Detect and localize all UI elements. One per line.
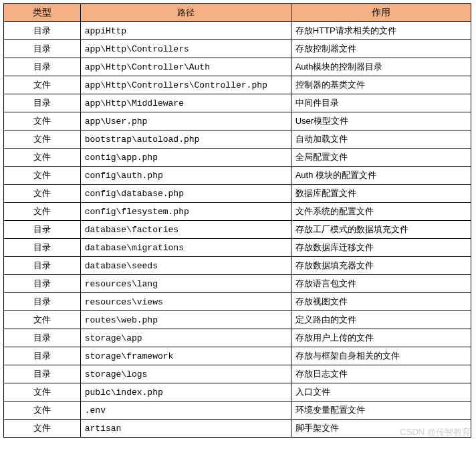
cell-type: 目录 [4,365,81,383]
cell-purpose: 存放用户上传的文件 [291,329,471,347]
table-header-row: 类型 路径 作用 [4,4,471,22]
cell-path: appiHttp [80,22,291,40]
cell-type: 文件 [4,311,81,329]
cell-type: 文件 [4,112,81,130]
cell-purpose: 入口文件 [291,383,471,401]
cell-path: database\migrations [80,239,291,257]
cell-purpose: 存放数据库迁移文件 [291,239,471,257]
cell-path: storage\framework [80,347,291,365]
table-row: 目录resources\views存放视图文件 [4,293,471,311]
cell-type: 目录 [4,221,81,239]
cell-purpose: Auth 模块的配置文件 [291,167,471,185]
cell-path: storage\logs [80,365,291,383]
cell-path: bootstrap\autoload.php [80,130,291,149]
cell-type: 文件 [4,76,81,94]
cell-purpose: 定义路由的文件 [291,311,471,329]
cell-purpose: User模型文件 [291,112,471,130]
cell-path: contig\app.php [80,149,291,167]
cell-path: app\Http\Controllers [80,40,291,58]
cell-purpose: 存放HTTP请求相关的文件 [291,22,471,40]
cell-type: 目录 [4,347,81,365]
cell-type: 文件 [4,149,81,167]
cell-path: .env [80,401,291,420]
cell-type: 目录 [4,239,81,257]
cell-purpose: Auth模块的控制器目录 [291,58,471,76]
table-row: 文件config\auth.phpAuth 模块的配置文件 [4,167,471,185]
cell-type: 文件 [4,203,81,221]
cell-purpose: 数据库配置文件 [291,185,471,203]
cell-type: 目录 [4,293,81,311]
cell-path: config\database.php [80,185,291,203]
cell-purpose: 存放工厂模式的数据填充文件 [291,221,471,239]
file-structure-table: 类型 路径 作用 目录appiHttp存放HTTP请求相关的文件目录app\Ht… [3,3,471,438]
table-row: 目录database\factories存放工厂模式的数据填充文件 [4,221,471,239]
cell-path: publc\index.php [80,383,291,401]
table-row: 文件artisan脚手架文件 [4,420,471,438]
table-row: 目录storage\framework存放与框架自身相关的文件 [4,347,471,365]
table-row: 目录resources\lang存放语言包文件 [4,275,471,293]
cell-type: 目录 [4,257,81,275]
cell-purpose: 存放控制器文件 [291,40,471,58]
cell-purpose: 脚手架文件 [291,420,471,438]
cell-path: config\flesystem.php [80,203,291,221]
cell-path: artisan [80,420,291,438]
cell-type: 文件 [4,420,81,438]
table-row: 文件config\database.php数据库配置文件 [4,185,471,203]
cell-purpose: 中间件目录 [291,94,471,112]
cell-type: 目录 [4,58,81,76]
table-row: 文件.env环境变量配置文件 [4,401,471,420]
cell-type: 文件 [4,130,81,149]
table-row: 目录database\seeds存放数据填充器文件 [4,257,471,275]
cell-path: database\factories [80,221,291,239]
cell-purpose: 全局配置文件 [291,149,471,167]
cell-type: 文件 [4,401,81,420]
table-row: 文件publc\index.php入口文件 [4,383,471,401]
cell-purpose: 环境变量配置文件 [291,401,471,420]
table-row: 文件config\flesystem.php文件系统的配置文件 [4,203,471,221]
table-row: 目录appiHttp存放HTTP请求相关的文件 [4,22,471,40]
table-row: 目录app\Http\Controllers存放控制器文件 [4,40,471,58]
cell-purpose: 存放语言包文件 [291,275,471,293]
cell-purpose: 文件系统的配置文件 [291,203,471,221]
table-row: 文件contig\app.php全局配置文件 [4,149,471,167]
cell-path: app\User.php [80,112,291,130]
cell-purpose: 存放视图文件 [291,293,471,311]
table-row: 文件app\User.phpUser模型文件 [4,112,471,130]
table-row: 文件app\Http\Controllers\Controller.php控制器… [4,76,471,94]
cell-type: 目录 [4,22,81,40]
cell-purpose: 存放日志文件 [291,365,471,383]
cell-path: routes\web.php [80,311,291,329]
table-row: 目录app\Http\Middleware中间件目录 [4,94,471,112]
cell-type: 目录 [4,329,81,347]
cell-path: database\seeds [80,257,291,275]
cell-type: 文件 [4,185,81,203]
cell-path: storage\app [80,329,291,347]
cell-type: 目录 [4,94,81,112]
cell-path: app\Http\Middleware [80,94,291,112]
table-row: 文件bootstrap\autoload.php自动加载文件 [4,130,471,149]
header-type: 类型 [4,4,81,22]
header-purpose: 作用 [291,4,471,22]
cell-purpose: 控制器的基类文件 [291,76,471,94]
table-row: 目录database\migrations存放数据库迁移文件 [4,239,471,257]
cell-type: 目录 [4,40,81,58]
cell-purpose: 存放数据填充器文件 [291,257,471,275]
cell-purpose: 自动加载文件 [291,130,471,149]
cell-purpose: 存放与框架自身相关的文件 [291,347,471,365]
table-row: 目录app\Http\Controller\AuthAuth模块的控制器目录 [4,58,471,76]
cell-type: 文件 [4,167,81,185]
table-row: 文件routes\web.php定义路由的文件 [4,311,471,329]
cell-path: app\Http\Controller\Auth [80,58,291,76]
cell-path: app\Http\Controllers\Controller.php [80,76,291,94]
header-path: 路径 [80,4,291,22]
cell-type: 目录 [4,275,81,293]
cell-path: resources\lang [80,275,291,293]
cell-type: 文件 [4,383,81,401]
cell-path: config\auth.php [80,167,291,185]
table-row: 目录storage\app存放用户上传的文件 [4,329,471,347]
table-row: 目录storage\logs存放日志文件 [4,365,471,383]
cell-path: resources\views [80,293,291,311]
